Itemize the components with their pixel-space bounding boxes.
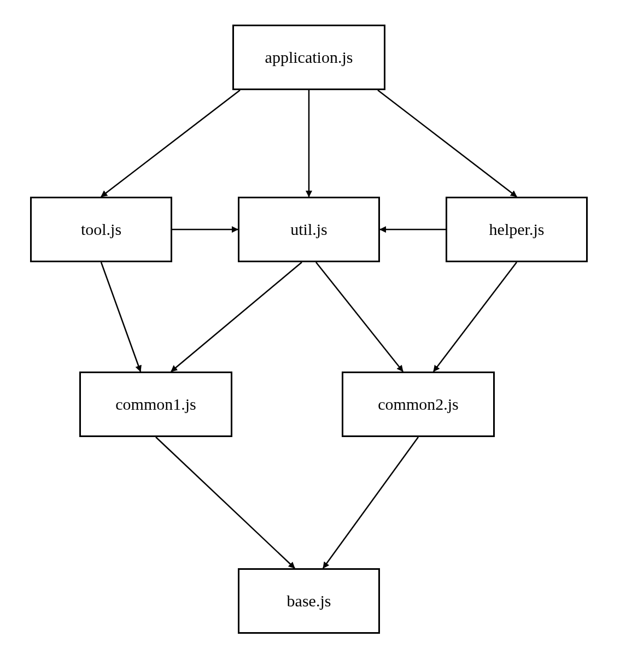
node-common1: common1.js (79, 372, 232, 437)
node-label: helper.js (489, 220, 545, 239)
node-tool: tool.js (30, 197, 172, 262)
node-common2: common2.js (342, 372, 495, 437)
edge-helper-common2 (434, 262, 517, 372)
edge-common2-base (323, 437, 418, 568)
node-label: base.js (287, 592, 331, 610)
edge-tool-common1 (101, 262, 141, 372)
node-label: tool.js (81, 220, 121, 239)
node-label: util.js (290, 220, 327, 239)
node-label: common2.js (378, 395, 459, 414)
node-label: common1.js (115, 395, 196, 414)
edge-application-helper (378, 90, 517, 197)
node-application: application.js (232, 25, 385, 90)
diagram-canvas: application.js tool.js util.js helper.js… (0, 0, 626, 672)
node-base: base.js (238, 568, 380, 634)
node-util: util.js (238, 197, 380, 262)
edge-common1-base (156, 437, 295, 568)
node-helper: helper.js (446, 197, 588, 262)
node-label: application.js (265, 48, 353, 67)
edge-util-common1 (171, 262, 302, 372)
edge-util-common2 (316, 262, 403, 372)
edge-application-tool (101, 90, 240, 197)
